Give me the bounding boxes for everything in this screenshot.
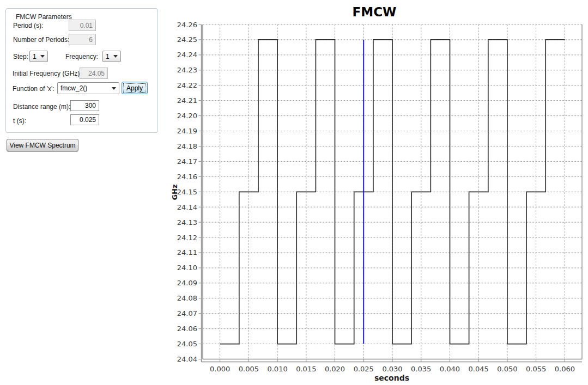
y-tick-label: 24.24 [177, 51, 197, 59]
y-tick-label: 24.04 [177, 355, 197, 363]
y-tick-label: 24.11 [177, 248, 197, 256]
y-tick-label: 24.16 [177, 173, 197, 181]
x-tick-label: 0.005 [239, 365, 259, 373]
x-tick-label: 0.000 [210, 365, 230, 373]
x-tick-label: 0.025 [354, 365, 374, 373]
y-tick-label: 24.17 [177, 157, 197, 166]
y-tick-label: 24.19 [177, 127, 197, 135]
y-tick-label: 24.20 [177, 112, 197, 120]
y-tick-label: 24.15 [177, 188, 197, 196]
x-tick-label: 0.020 [325, 365, 345, 373]
x-tick-label: 0.055 [526, 365, 546, 373]
x-tick-label: 0.015 [296, 365, 316, 373]
y-tick-label: 24.23 [177, 66, 197, 74]
x-tick-label: 0.050 [497, 365, 517, 373]
x-tick-label: 0.010 [267, 365, 287, 373]
fmcw-application-window: { "panel": { "title": "FMCW Parameters",… [0, 0, 588, 385]
y-tick-label: 24.12 [177, 234, 197, 242]
y-tick-label: 24.10 [177, 264, 197, 272]
y-tick-label: 24.09 [177, 279, 197, 287]
y-tick-label: 24.21 [177, 96, 197, 105]
x-tick-label: 0.040 [440, 365, 460, 373]
y-tick-label: 24.25 [177, 35, 197, 44]
y-tick-label: 24.14 [177, 203, 197, 211]
y-tick-label: 24.05 [177, 340, 197, 348]
x-tick-label: 0.060 [555, 365, 575, 373]
y-tick-label: 24.18 [177, 142, 197, 150]
x-tick-label: 0.035 [411, 365, 431, 373]
y-tick-label: 24.06 [177, 325, 197, 333]
y-tick-label: 24.22 [177, 81, 197, 89]
y-tick-label: 24.08 [177, 294, 197, 302]
y-tick-label: 24.13 [177, 218, 197, 227]
fmcw-chart-canvas[interactable]: 0.0000.0050.0100.0150.0200.0250.0300.035… [0, 0, 588, 385]
y-tick-label: 24.07 [177, 309, 197, 317]
x-tick-label: 0.030 [382, 365, 402, 373]
x-tick-label: 0.045 [469, 365, 489, 373]
y-tick-label: 24.26 [177, 21, 197, 29]
